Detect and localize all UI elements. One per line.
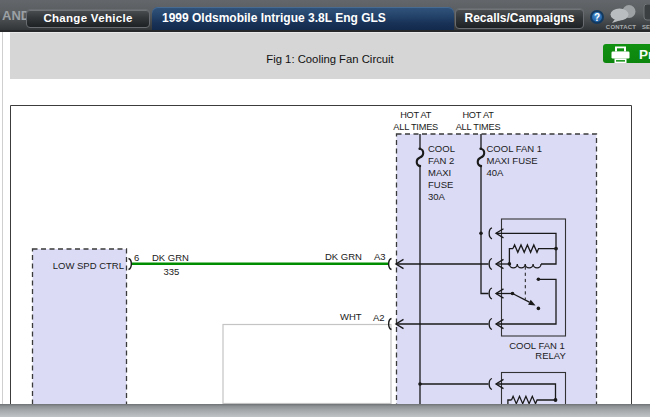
svg-text:A2: A2	[373, 312, 385, 323]
svg-text:DK GRN: DK GRN	[325, 251, 362, 262]
svg-text:COOL FAN 1: COOL FAN 1	[487, 143, 543, 154]
svg-text:MAXI FUSE: MAXI FUSE	[487, 155, 538, 166]
svg-text:FUSE: FUSE	[428, 179, 453, 190]
svg-text:MAXI: MAXI	[428, 167, 451, 178]
svg-text:6: 6	[134, 252, 139, 263]
svg-text:DK GRN: DK GRN	[152, 252, 189, 263]
svg-text:30A: 30A	[428, 191, 446, 202]
svg-text:HOT AT: HOT AT	[462, 110, 494, 120]
svg-text:WHT: WHT	[340, 311, 362, 322]
svg-text:40A: 40A	[487, 167, 505, 178]
svg-text:HOT AT: HOT AT	[400, 110, 432, 120]
svg-text:FAN 2: FAN 2	[428, 155, 454, 166]
svg-text:A3: A3	[374, 251, 386, 262]
svg-text:LOW SPD CTRL: LOW SPD CTRL	[53, 260, 124, 271]
svg-text:ALL TIMES: ALL TIMES	[456, 122, 501, 132]
svg-text:COOL: COOL	[428, 143, 455, 154]
svg-text:RELAY: RELAY	[535, 350, 566, 361]
svg-text:335: 335	[164, 266, 180, 277]
svg-text:ALL TIMES: ALL TIMES	[393, 122, 438, 132]
